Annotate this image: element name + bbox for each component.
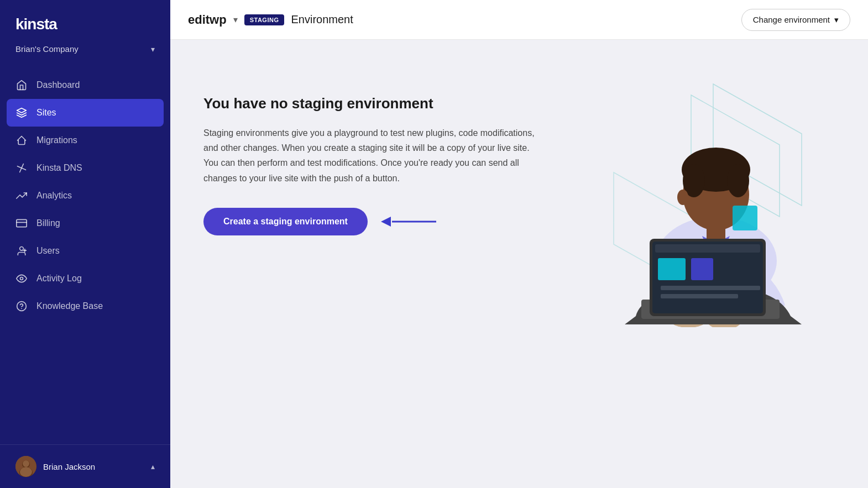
svg-point-5 [20, 247, 24, 251]
change-env-chevron-icon: ▾ [834, 15, 839, 25]
svg-point-26 [677, 190, 688, 205]
dns-icon [15, 162, 28, 174]
header: editwp ▾ STAGING Environment Change envi… [170, 0, 868, 40]
site-chevron-icon[interactable]: ▾ [233, 14, 238, 25]
sidebar-item-analytics-label: Analytics [36, 191, 72, 201]
sidebar-item-knowledge-base[interactable]: Knowledge Base [0, 292, 170, 320]
sidebar-item-migrations[interactable]: Migrations [0, 127, 170, 154]
content-left: You have no staging environment Staging … [203, 84, 535, 235]
sidebar-footer: Brian Jackson ▴ [0, 444, 170, 488]
site-name: editwp [188, 13, 227, 27]
credit-card-icon [15, 217, 28, 229]
company-chevron-icon: ▾ [151, 45, 155, 54]
sidebar-item-kinsta-dns[interactable]: Kinsta DNS [0, 154, 170, 182]
user-plus-icon [15, 245, 28, 257]
svg-rect-39 [652, 242, 763, 313]
svg-rect-3 [17, 219, 27, 227]
svg-point-15 [20, 467, 32, 477]
eye-icon [15, 272, 28, 285]
help-circle-icon [15, 300, 28, 312]
create-staging-label: Create a staging environment [223, 217, 348, 226]
sidebar-nav: Dashboard Sites Migrations [0, 67, 170, 444]
logo-container: kinsta [0, 0, 170, 44]
create-staging-row: Create a staging environment [203, 208, 535, 235]
arrow-indicator [381, 213, 436, 230]
avatar [15, 456, 36, 477]
sidebar-item-kinsta-dns-label: Kinsta DNS [36, 163, 82, 173]
sidebar-item-billing-label: Billing [36, 218, 60, 228]
user-name: Brian Jackson [43, 462, 95, 471]
svg-rect-27 [707, 225, 725, 239]
illustration [569, 73, 835, 338]
migrations-icon [15, 134, 28, 146]
svg-marker-0 [17, 108, 27, 113]
trending-up-icon [15, 190, 28, 202]
no-staging-title: You have no staging environment [203, 95, 535, 112]
svg-marker-17 [381, 217, 391, 227]
sidebar-item-analytics[interactable]: Analytics [0, 182, 170, 209]
layers-icon [15, 107, 28, 119]
svg-point-14 [23, 460, 29, 467]
company-selector[interactable]: Brian's Company ▾ [0, 44, 170, 67]
company-name: Brian's Company [15, 44, 79, 54]
environment-label: Environment [291, 13, 353, 26]
sidebar-item-activity-log-label: Activity Log [36, 274, 82, 284]
sidebar-item-users[interactable]: Users [0, 237, 170, 265]
sidebar-item-dashboard-label: Dashboard [36, 80, 80, 90]
sidebar-item-users-label: Users [36, 246, 60, 256]
sidebar: kinsta Brian's Company ▾ Dashboard [0, 0, 170, 488]
sidebar-item-sites[interactable]: Sites [7, 99, 164, 127]
change-env-label: Change environment [753, 15, 830, 24]
svg-point-8 [20, 277, 23, 280]
header-left: editwp ▾ STAGING Environment [188, 13, 353, 27]
change-environment-button[interactable]: Change environment ▾ [741, 9, 850, 31]
sidebar-item-billing[interactable]: Billing [0, 209, 170, 237]
svg-line-2 [18, 166, 26, 170]
svg-point-25 [727, 164, 749, 197]
user-chevron-icon: ▴ [151, 462, 155, 471]
no-staging-description: Staging environments give you a playgrou… [203, 125, 535, 186]
main-content: editwp ▾ STAGING Environment Change envi… [170, 0, 868, 488]
svg-rect-40 [733, 206, 757, 230]
sidebar-item-activity-log[interactable]: Activity Log [0, 265, 170, 292]
home-icon [15, 79, 28, 91]
sidebar-item-dashboard[interactable]: Dashboard [0, 71, 170, 99]
staging-badge: STAGING [244, 14, 285, 25]
sidebar-item-knowledge-base-label: Knowledge Base [36, 301, 103, 311]
user-info[interactable]: Brian Jackson [15, 456, 95, 477]
content-area: You have no staging environment Staging … [170, 40, 868, 488]
logo: kinsta [15, 15, 155, 33]
create-staging-button[interactable]: Create a staging environment [203, 208, 368, 235]
sidebar-item-migrations-label: Migrations [36, 135, 77, 145]
sidebar-item-sites-label: Sites [36, 108, 56, 118]
